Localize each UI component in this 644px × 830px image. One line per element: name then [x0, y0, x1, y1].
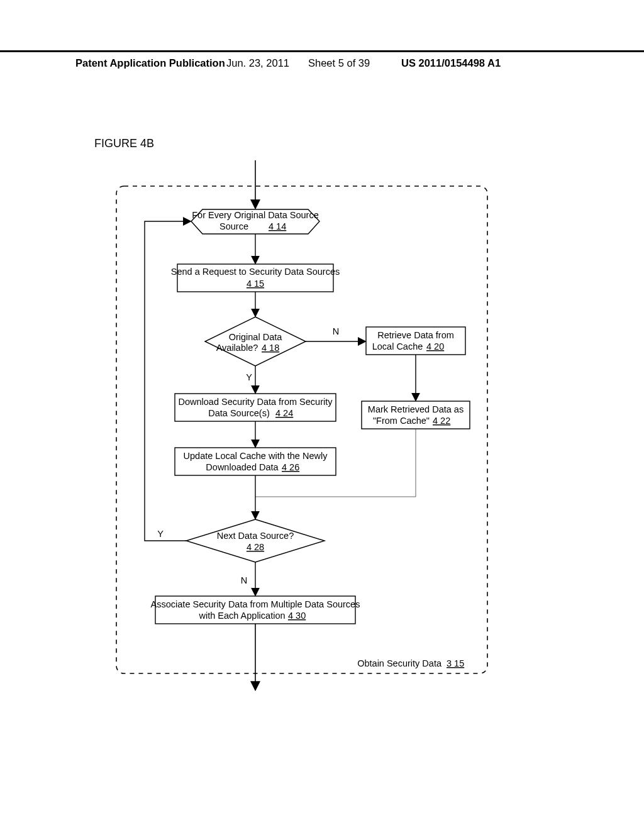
node-420-t2: Local Cache: [372, 341, 423, 351]
node-430-t2: with Each Application: [198, 611, 285, 621]
node-418-text2: Available?: [216, 343, 258, 353]
label-n-428: N: [241, 575, 247, 585]
node-418-ref: 4 18: [262, 343, 279, 353]
node-418-text: Original Data: [229, 332, 283, 342]
node-424-t1: Download Security Data from Security: [179, 397, 333, 407]
node-414-text: For Every Original Data Source: [192, 210, 318, 220]
node-426-t1: Update Local Cache with the Newly: [184, 451, 328, 461]
label-n-418: N: [333, 326, 339, 336]
node-415-text: Send a Request to Security Data Sources: [171, 267, 340, 277]
node-415-ref: 4 15: [247, 279, 264, 289]
container-label-text: Obtain Security Data: [357, 658, 442, 668]
node-428-ref: 4 28: [247, 542, 264, 552]
node-430-t1: Associate Security Data from Multiple Da…: [151, 599, 360, 609]
node-420-ref: 4 20: [426, 341, 444, 351]
node-426-t2: Downloaded Data: [206, 462, 279, 472]
node-428-text: Next Data Source?: [217, 531, 294, 541]
label-y-418: Y: [246, 372, 252, 382]
node-414-source: Source: [219, 221, 248, 231]
node-428: [186, 519, 325, 562]
flowchart: For Every Original Data Source Source 4 …: [0, 0, 644, 830]
node-420-t1: Retrieve Data from: [377, 330, 454, 340]
node-422-ref: 4 22: [433, 416, 450, 426]
node-424-ref: 4 24: [275, 408, 293, 418]
node-422-t2: "From Cache": [373, 416, 430, 426]
label-y-428: Y: [157, 529, 164, 539]
node-422-t1: Mark Retrieved Data as: [368, 404, 464, 414]
node-426-ref: 4 26: [282, 462, 299, 472]
node-414-ref: 4 14: [269, 221, 286, 231]
container-label-ref: 3 15: [447, 658, 464, 668]
node-430-ref: 4 30: [288, 611, 306, 621]
node-424-t2: Data Source(s): [208, 408, 270, 418]
page: Patent Application Publication Jun. 23, …: [0, 0, 644, 830]
